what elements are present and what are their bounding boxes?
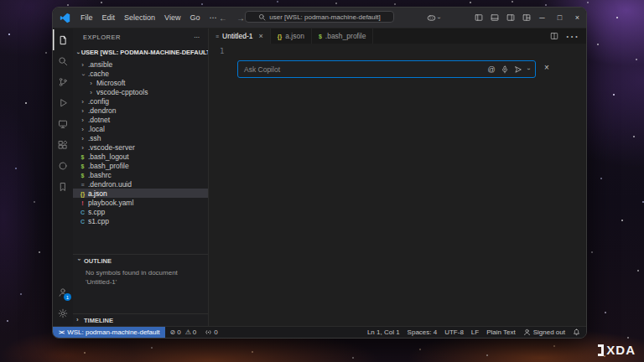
menu-selection[interactable]: Selection bbox=[120, 12, 159, 23]
go-back-icon[interactable]: ← bbox=[219, 13, 227, 23]
command-center-text: user [WSL: podman-machine-default] bbox=[269, 13, 381, 21]
microphone-icon[interactable] bbox=[501, 65, 509, 74]
file-icon: ≡ bbox=[80, 180, 86, 189]
shell-icon: $ bbox=[80, 171, 86, 179]
tree-file-bash-profile[interactable]: $.bash_profile bbox=[73, 161, 208, 170]
activity-run-debug-icon[interactable] bbox=[53, 92, 73, 113]
tree-item-label: .dendron bbox=[88, 106, 117, 115]
tree-file-dendron-uuid[interactable]: ≡.dendron.uuid bbox=[73, 179, 208, 189]
maximize-button[interactable]: □ bbox=[551, 8, 569, 28]
status-item-label: LF bbox=[471, 328, 479, 336]
copilot-menu-button[interactable]: › bbox=[427, 13, 439, 23]
activity-dendron-icon[interactable] bbox=[53, 155, 73, 176]
close-button[interactable]: × bbox=[569, 8, 586, 28]
activity-accounts-icon[interactable]: 1 bbox=[53, 282, 73, 303]
tree-folder-cache[interactable]: ›.cache bbox=[73, 69, 208, 78]
tree-file-bash-logout[interactable]: $.bash_logout bbox=[73, 152, 208, 161]
broadcast-icon bbox=[205, 328, 212, 336]
tree-item-label: .ssh bbox=[88, 134, 101, 142]
ports-status[interactable]: 0 bbox=[200, 328, 221, 336]
chevron-collapsed-icon: › bbox=[88, 88, 94, 96]
toggle-primary-sidebar-button[interactable] bbox=[475, 13, 483, 22]
tree-folder-local[interactable]: ›.local bbox=[73, 124, 208, 133]
menu-view[interactable]: View bbox=[160, 12, 184, 23]
split-editor-icon[interactable] bbox=[550, 32, 558, 40]
problems-status[interactable]: ⊘ 0 ⚠ 0 bbox=[165, 328, 200, 336]
tree-item-label: .cache bbox=[88, 70, 109, 78]
tree-folder-dotnet[interactable]: ›.dotnet bbox=[73, 115, 208, 124]
tree-item-label: vscode-cpptools bbox=[96, 88, 148, 96]
menu-go[interactable]: Go bbox=[185, 12, 204, 23]
outline-section: › OUTLINE No symbols found in document '… bbox=[73, 254, 208, 287]
tree-folder-microsoft[interactable]: ›Microsoft bbox=[73, 78, 208, 87]
tree-item-label: .bash_profile bbox=[88, 162, 129, 170]
status-eol[interactable]: LF bbox=[471, 328, 479, 336]
tree-file-s-cpp[interactable]: Cs.cpp bbox=[73, 207, 208, 216]
tree-file-playbook-yaml[interactable]: !playbook.yaml bbox=[73, 198, 208, 207]
tree-folder-vscode-cpptools[interactable]: ›vscode-cpptools bbox=[73, 87, 208, 96]
tab-bash-profile[interactable]: $.bash_profile bbox=[312, 28, 374, 44]
minimize-button[interactable]: ─ bbox=[533, 8, 551, 28]
send-icon[interactable] bbox=[514, 65, 522, 74]
tree-folder-dendron[interactable]: ›.dendron bbox=[73, 106, 208, 115]
line-number: 1 bbox=[220, 47, 224, 55]
menu-file[interactable]: File bbox=[76, 12, 97, 23]
status-language-mode[interactable]: Plain Text bbox=[486, 328, 516, 336]
status-cursor-position[interactable]: Ln 1, Col 1 bbox=[367, 328, 400, 336]
toggle-panel-button[interactable] bbox=[491, 13, 499, 22]
notifications-bell-icon[interactable] bbox=[573, 328, 580, 336]
activity-bookmarks-icon[interactable] bbox=[53, 176, 73, 197]
menu-edit[interactable]: Edit bbox=[98, 12, 120, 23]
tree-folder-vscode-server[interactable]: ›.vscode-server bbox=[73, 142, 208, 152]
tree-file-a-json[interactable]: {}a.json bbox=[73, 189, 208, 198]
warning-icon: ⚠ bbox=[185, 328, 191, 336]
tree-item-label: s.cpp bbox=[88, 208, 105, 216]
explorer-sidebar: EXPLORER ⋯ › USER [WSL: PODMAN-MACHINE-D… bbox=[73, 28, 209, 326]
go-forward-icon[interactable]: → bbox=[236, 13, 245, 23]
command-center-search[interactable]: user [WSL: podman-machine-default] bbox=[245, 11, 394, 23]
chevron-down-icon: › bbox=[435, 17, 441, 18]
activity-bar: 1 bbox=[53, 28, 73, 326]
status-indentation[interactable]: Spaces: 4 bbox=[408, 328, 438, 336]
customize-layout-button[interactable] bbox=[522, 13, 531, 22]
tab-bar: ≡Untitled-1×{}a.json$.bash_profile ⋯ bbox=[209, 28, 586, 44]
inline-chat-widget[interactable]: Ask Copilot @ › bbox=[237, 60, 536, 78]
status-account[interactable]: Signed out bbox=[523, 328, 565, 336]
status-encoding[interactable]: UTF-8 bbox=[444, 328, 464, 336]
tab-a-json[interactable]: {}a.json bbox=[271, 28, 312, 44]
editor-body[interactable]: 1 Ask Copilot @ › × bbox=[209, 44, 586, 326]
tree-folder-ssh[interactable]: ›.ssh bbox=[73, 133, 208, 142]
inline-chat-input[interactable]: Ask Copilot bbox=[244, 65, 483, 74]
chevron-expanded-icon: › bbox=[75, 52, 81, 54]
tab-label: Untitled-1 bbox=[222, 32, 252, 40]
inline-chat-close-icon[interactable]: × bbox=[544, 64, 549, 72]
attach-context-icon[interactable]: @ bbox=[488, 65, 496, 74]
toggle-secondary-sidebar-button[interactable] bbox=[506, 13, 515, 22]
explorer-section-header[interactable]: › USER [WSL: PODMAN-MACHINE-DEFAULT] bbox=[73, 46, 208, 59]
activity-source-control-icon[interactable] bbox=[53, 71, 73, 92]
chevron-collapsed-icon: › bbox=[76, 317, 81, 323]
tree-file-s1-cpp[interactable]: Cs1.cpp bbox=[73, 216, 208, 225]
remote-indicator[interactable]: >< WSL: podman-machine-default bbox=[53, 327, 165, 338]
tree-folder-ansible[interactable]: ›.ansible bbox=[73, 59, 208, 69]
chevron-collapsed-icon: › bbox=[80, 116, 86, 124]
tab-untitled-1[interactable]: ≡Untitled-1× bbox=[209, 28, 271, 44]
tree-file-bashrc[interactable]: $.bashrc bbox=[73, 170, 208, 179]
tab-close-icon[interactable]: × bbox=[258, 32, 262, 40]
activity-explorer-icon[interactable] bbox=[53, 29, 73, 50]
timeline-header[interactable]: › TIMELINE bbox=[73, 314, 208, 326]
tree-item-label: Microsoft bbox=[96, 79, 125, 87]
activity-remote-explorer-icon[interactable] bbox=[53, 113, 73, 134]
activity-search-icon[interactable] bbox=[53, 50, 73, 71]
status-item-label: Ln 1, Col 1 bbox=[367, 328, 400, 336]
remote-label: WSL: podman-machine-default bbox=[67, 328, 159, 336]
activity-settings-icon[interactable] bbox=[53, 303, 73, 323]
more-actions-icon[interactable]: ⋯ bbox=[565, 28, 579, 44]
explorer-more-actions-icon[interactable]: ⋯ bbox=[194, 34, 200, 41]
outline-title: OUTLINE bbox=[84, 257, 112, 265]
tree-item-label: .bash_logout bbox=[88, 153, 129, 161]
editor-group: ≡Untitled-1×{}a.json$.bash_profile ⋯ 1 A… bbox=[209, 28, 586, 326]
outline-header[interactable]: › OUTLINE bbox=[73, 255, 208, 266]
tree-folder-config[interactable]: ›.config bbox=[73, 96, 208, 106]
activity-extensions-icon[interactable] bbox=[53, 134, 73, 155]
